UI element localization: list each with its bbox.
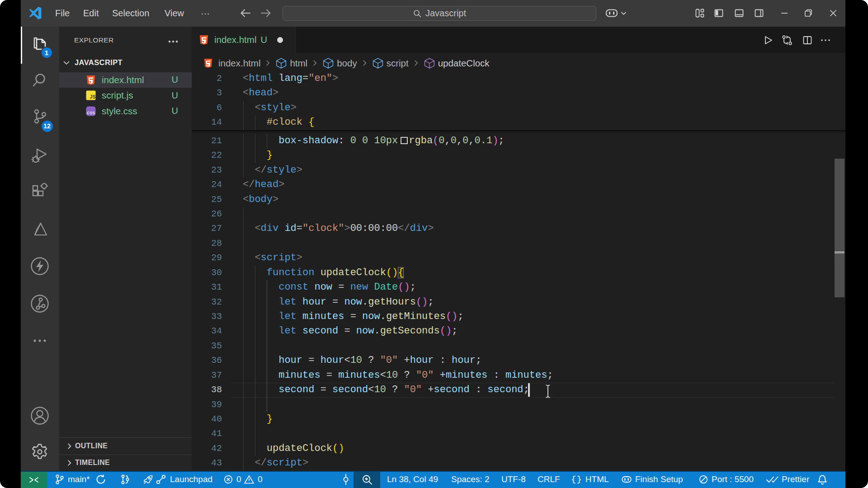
svg-text:JS: JS xyxy=(90,94,96,99)
svg-text:CSS: CSS xyxy=(87,110,95,115)
